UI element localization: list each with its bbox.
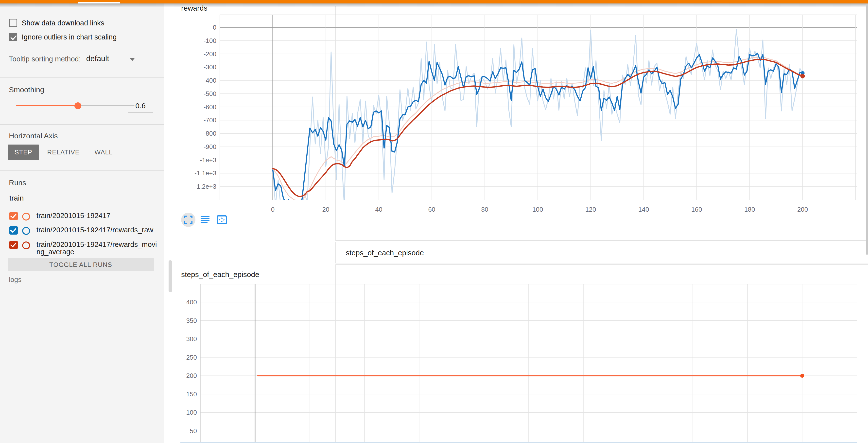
app-header-bar [0, 0, 868, 3]
steps-chart-title: steps_of_each_episode [181, 270, 259, 279]
run-row[interactable]: train/20201015-192417/rewards_raw [9, 226, 153, 235]
settings-sidebar: Show data download links Ignore outliers… [0, 3, 164, 443]
run-label: train/20201015-192417/rewards_moving_ave… [36, 241, 160, 256]
svg-text:120: 120 [585, 206, 596, 213]
run-color-circle-icon[interactable] [22, 227, 30, 235]
svg-text:40: 40 [375, 206, 382, 213]
fullscreen-icon [184, 215, 192, 224]
run-checkbox[interactable] [9, 241, 18, 249]
svg-text:-600: -600 [204, 104, 216, 111]
partially-visible-element [180, 442, 857, 443]
run-checkbox[interactable] [9, 212, 18, 220]
active-tab-indicator [78, 2, 120, 3]
sidebar-scrollbar[interactable] [168, 260, 172, 292]
tooltip-sorting-select[interactable]: default [85, 53, 137, 65]
divider [0, 124, 164, 125]
svg-text:-300: -300 [204, 63, 216, 71]
page-scrollbar[interactable] [866, 5, 868, 255]
tensorboard-page: Show data download links Ignore outliers… [0, 0, 868, 443]
svg-text:-500: -500 [204, 90, 216, 97]
svg-text:250: 250 [186, 354, 197, 361]
run-color-circle-icon[interactable] [22, 213, 30, 220]
smoothing-slider-fill [16, 105, 78, 106]
ignore-outliers-checkbox[interactable] [9, 33, 17, 41]
smoothing-value[interactable]: 0.6 [128, 101, 153, 113]
tooltip-sorting-label: Tooltip sorting method: [9, 55, 81, 63]
runs-label: Runs [9, 179, 26, 187]
rewards-chart-title: rewards [181, 4, 208, 12]
svg-text:100: 100 [532, 206, 543, 213]
svg-text:300: 300 [186, 335, 197, 343]
horizontal-axis-label: Horizontal Axis [9, 132, 58, 140]
haxis-option-relative[interactable]: RELATIVE [40, 145, 87, 160]
ignore-outliers-label: Ignore outliers in chart scaling [22, 33, 117, 41]
show-download-links-row[interactable]: Show data download links [9, 19, 104, 27]
divider [0, 78, 164, 78]
fullscreen-button[interactable] [181, 213, 195, 227]
svg-text:200: 200 [797, 206, 808, 213]
logs-label: logs [9, 276, 22, 284]
run-color-circle-icon[interactable] [22, 241, 30, 249]
svg-text:200: 200 [186, 372, 197, 379]
svg-text:-400: -400 [204, 77, 216, 84]
svg-text:60: 60 [428, 206, 435, 213]
smoothing-slider-knob[interactable] [74, 102, 81, 109]
runs-filter-input[interactable] [9, 193, 158, 204]
svg-text:80: 80 [481, 206, 488, 213]
show-download-links-label: Show data download links [22, 19, 104, 27]
svg-text:400: 400 [186, 298, 197, 306]
divider [0, 171, 164, 171]
svg-text:-900: -900 [204, 143, 216, 150]
svg-text:-800: -800 [204, 130, 216, 137]
run-checkbox[interactable] [9, 226, 18, 235]
svg-text:160: 160 [691, 206, 702, 213]
svg-text:0: 0 [213, 24, 216, 31]
run-label: train/20201015-192417 [36, 212, 111, 219]
svg-text:-100: -100 [204, 37, 216, 45]
smoothing-label: Smoothing [9, 86, 44, 94]
svg-text:-700: -700 [204, 116, 216, 124]
chevron-down-icon [130, 58, 135, 61]
svg-text:50: 50 [190, 427, 197, 435]
run-row[interactable]: train/20201015-192417/rewards_moving_ave… [9, 241, 160, 256]
svg-text:-1.2e+3: -1.2e+3 [194, 183, 216, 190]
svg-text:180: 180 [744, 206, 755, 213]
svg-text:-1e+3: -1e+3 [200, 156, 216, 164]
fit-domain-button[interactable] [215, 213, 229, 227]
horizontal-axis-toggle-group: STEP RELATIVE WALL [8, 145, 120, 160]
show-download-links-checkbox[interactable] [9, 19, 17, 27]
toggle-all-runs-button[interactable]: TOGGLE ALL RUNS [8, 258, 154, 271]
ignore-outliers-row[interactable]: Ignore outliers in chart scaling [9, 33, 117, 41]
run-row[interactable]: train/20201015-192417 [9, 212, 111, 220]
svg-text:-200: -200 [204, 50, 216, 58]
haxis-option-step[interactable]: STEP [8, 145, 39, 160]
log-scale-icon [200, 215, 210, 224]
fit-domain-icon [217, 215, 227, 224]
svg-text:0: 0 [271, 206, 275, 213]
run-label: train/20201015-192417/rewards_raw [36, 226, 153, 234]
log-scale-button[interactable] [198, 213, 212, 227]
svg-text:140: 140 [638, 206, 649, 213]
svg-text:-1.1e+3: -1.1e+3 [194, 170, 216, 177]
svg-text:350: 350 [186, 317, 197, 324]
tooltip-sorting-value: default [85, 54, 109, 63]
tooltip-sorting-row: Tooltip sorting method: default [9, 53, 137, 65]
svg-text:20: 20 [322, 206, 329, 213]
svg-text:100: 100 [186, 409, 197, 416]
svg-text:150: 150 [186, 390, 197, 398]
haxis-option-wall[interactable]: WALL [88, 145, 120, 160]
chart-toolbar [181, 213, 229, 227]
